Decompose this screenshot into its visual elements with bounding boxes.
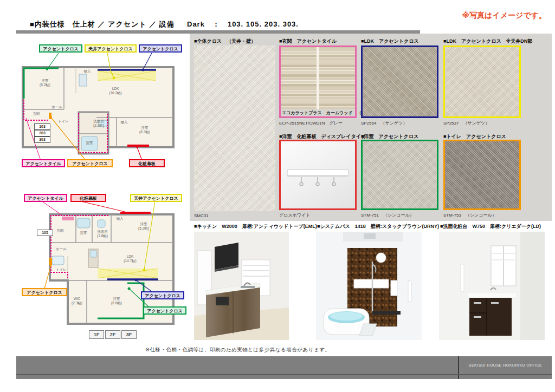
swatch-room-cloth <box>361 140 438 210</box>
room-label: 浴室 <box>80 141 99 145</box>
room-label: ホール <box>48 105 66 109</box>
room-label: 洋室(6.3帖) <box>131 126 158 134</box>
material-code-toilet-cloth: STM-753 （シンコール） <box>443 212 496 218</box>
floor-button-3f[interactable]: 3F <box>121 330 137 339</box>
callout-accent-tile: アクセントタイル <box>22 159 65 167</box>
callout-accent-cloth-green: アクセントクロス <box>143 306 186 315</box>
callout-accent-tile: アクセントタイル <box>24 194 67 202</box>
material-code-ldk-cloth: SP2564 （サンゲツ） <box>361 120 407 126</box>
material-code-overall: SMC31 <box>194 213 209 218</box>
print-disclaimer: ※仕様・色柄・色調等は、印刷のため実物とは多少異なる場合があります。 <box>145 347 330 354</box>
bath-photo <box>316 232 422 340</box>
kitchen-photo <box>194 232 289 340</box>
unit-tag: 303 <box>34 136 50 143</box>
room-label: ホール <box>52 247 70 251</box>
material-code-ldk-ceiling: SP2537 （サンゲツ） <box>443 120 489 126</box>
room-label: 洋室(6.6帖) <box>103 297 130 305</box>
swatch-overall-cloth <box>194 45 275 211</box>
footer-line <box>16 374 552 375</box>
material-code-entrance-tile: ECP-2515NET/CWD1N グレー <box>279 120 343 126</box>
floor-plan-lower-drawing <box>16 188 189 345</box>
callout-ceiling-accent-cloth: 天井アクセントクロス <box>130 194 182 202</box>
room-label: 玄関 <box>28 112 44 116</box>
callout-ceiling-accent-cloth: 天井アクセントクロス <box>85 44 137 53</box>
floor-plan-upper: アクセントクロス 天井アクセントクロス アクセントクロス アクセントタイル アク… <box>16 44 189 174</box>
footer-band: SEKISUI HOUSE HOKURIKU OFFICE <box>16 356 552 379</box>
material-code-room-cloth: STM-751 （シンコール） <box>361 212 414 218</box>
vanity-photo <box>439 232 545 340</box>
swatch-toilet-cloth <box>443 140 521 210</box>
footer-divider <box>458 356 459 379</box>
unit-spec: Dark ： 103. 105. 203. 303. <box>187 19 299 29</box>
unit-tag: 103 <box>34 123 50 130</box>
room-label: 玄関 <box>52 228 68 233</box>
room-label: LDK(14.7帖) <box>117 254 144 263</box>
callout-makeup-board: 化粧幕板 <box>129 159 165 167</box>
swatch-entrance-tile: エコカラットプラス カームウッド （LIXIL） <box>279 45 357 118</box>
material-code-room-board: グロスホワイト <box>279 212 310 218</box>
material-title-entrance-tile: ■玄関 アクセントタイル <box>279 38 337 45</box>
callout-accent-cloth-green: アクセントクロス <box>39 44 82 53</box>
callout-makeup-board: 化粧幕板 <box>70 194 106 202</box>
equipment-title-bath: ■システムバス 1418 壁柄:スタックブラウン(URNY) <box>317 223 439 230</box>
room-label: トイレ <box>54 119 73 123</box>
floor-button-1f[interactable]: 1F <box>89 330 104 339</box>
room-label: WIC(2.3帖) <box>66 297 88 305</box>
equipment-title-kitchen: ■キッチン W2000 扉柄:アンティウッドトープ(EML) <box>194 223 317 230</box>
office-name: SEKISUI HOUSE HOKURIKU OFFICE <box>461 363 550 367</box>
floor-button-2f[interactable]: 2F <box>105 330 120 339</box>
equipment-title-vanity: ■洗面化粧台 W750 扉柄:クリエダーク(LD) <box>440 223 541 230</box>
material-title-ldk-cloth: ■LDK アクセントクロス <box>361 38 419 45</box>
room-label: 洗面所(1.8帖) <box>92 230 113 238</box>
room-label: 物入 <box>113 217 127 221</box>
makeup-board-illustration <box>281 141 355 208</box>
room-label: LDK(16.2帖) <box>102 87 129 95</box>
callout-accent-cloth-blue: アクセントクロス <box>139 44 182 53</box>
callout-accent-cloth-blue: アクセントクロス <box>141 291 184 299</box>
room-label: トイレ <box>52 267 70 272</box>
unit-tag: 105 <box>37 230 53 236</box>
callout-accent-cloth-orange: アクセントクロス <box>67 159 113 167</box>
floor-plan-lower: アクセントタイル 化粧幕板 天井アクセントクロス アクセントクロス アクセントク… <box>16 188 189 345</box>
material-panel: ■全体クロス （天井・壁） ■玄関 アクセントタイル ■LDK アクセントクロス… <box>190 34 552 221</box>
room-label: 洋室(5.2帖) <box>31 79 59 87</box>
swatch-room-board <box>279 140 357 210</box>
room-label: 物入 <box>80 69 94 74</box>
room-label: 洗面所(2.2帖) <box>87 119 111 127</box>
tile-image <box>281 47 355 109</box>
photo-disclaimer: ※写真はイメージです。 <box>462 11 546 21</box>
swatch-ldk-cloth <box>361 45 438 118</box>
page-title: ■内装仕様 仕上材 ／ アクセント ／ 設備 <box>30 19 175 29</box>
room-label: 物入 <box>117 120 131 125</box>
floor-plan-upper-drawing <box>16 44 189 174</box>
unit-tag: 203 <box>34 130 50 136</box>
callout-accent-cloth-orange: アクセントクロス <box>22 288 67 296</box>
room-label: 洋室(5.2帖) <box>130 222 157 230</box>
room-label: 浴室 <box>75 231 92 235</box>
material-title-ldk-ceiling: ■LDK アクセントクロス ※天井DN部 <box>443 38 532 45</box>
material-title-overall: ■全体クロス （天井・壁） <box>194 38 256 45</box>
swatch-ldk-ceiling-cloth <box>443 45 521 118</box>
